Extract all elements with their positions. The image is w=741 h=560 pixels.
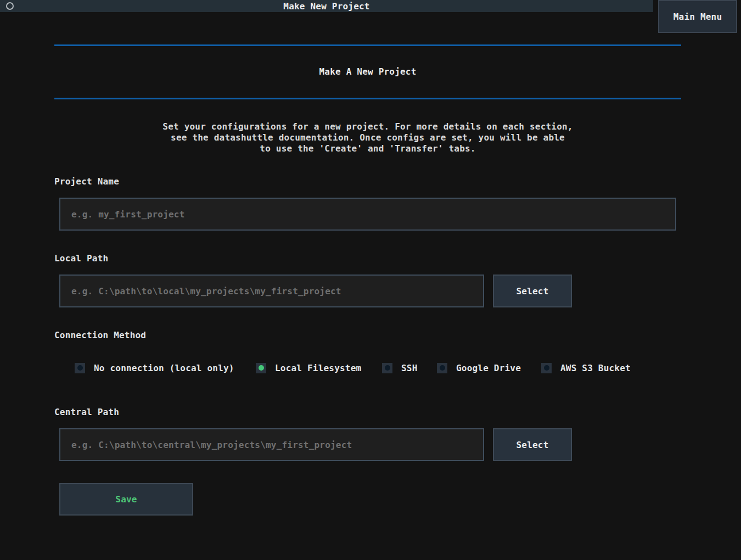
central-path-label: Central Path [54,407,119,417]
radio-option-google-drive[interactable]: Google Drive [437,362,521,373]
radio-option-ssh[interactable]: SSH [382,362,418,373]
title-divider-bottom [54,98,681,99]
command-palette-icon[interactable] [6,2,14,10]
description-line-3: to use the 'Create' and 'Transfer' tabs. [54,143,681,154]
radio-option-label: Local Filesystem [275,363,361,373]
radio-option-label: Google Drive [456,363,521,373]
central-path-input[interactable] [59,428,484,461]
radio-button-icon [382,363,392,373]
local-path-label: Local Path [54,253,108,264]
radio-button-icon [541,363,552,373]
top-bar: Make New Project [0,0,653,12]
radio-option-local-filesystem[interactable]: Local Filesystem [256,362,361,373]
project-name-label: Project Name [54,176,119,187]
local-path-input[interactable] [59,275,484,307]
description-line-1: Set your configurations for a new projec… [54,121,681,132]
save-button[interactable]: Save [59,483,193,516]
radio-option-aws-s3[interactable]: AWS S3 Bucket [541,362,631,373]
central-path-select-button[interactable]: Select [493,428,572,461]
radio-button-icon [437,363,447,373]
title-divider-top [54,44,681,46]
radio-button-icon [256,363,266,373]
radio-option-no-connection[interactable]: No connection (local only) [75,362,234,373]
main-menu-button[interactable]: Main Menu [658,0,737,33]
page-description: Set your configurations for a new projec… [54,121,681,154]
window-title: Make New Project [0,1,653,12]
radio-option-label: AWS S3 Bucket [560,363,631,373]
connection-method-label: Connection Method [54,330,146,340]
description-line-2: see the datashuttle documentation. Once … [54,132,681,143]
page-title: Make A New Project [54,66,681,77]
project-name-input[interactable] [59,198,676,231]
radio-button-icon [75,363,85,373]
local-path-select-button[interactable]: Select [493,275,572,307]
radio-option-label: SSH [401,363,418,373]
radio-option-label: No connection (local only) [94,363,234,373]
